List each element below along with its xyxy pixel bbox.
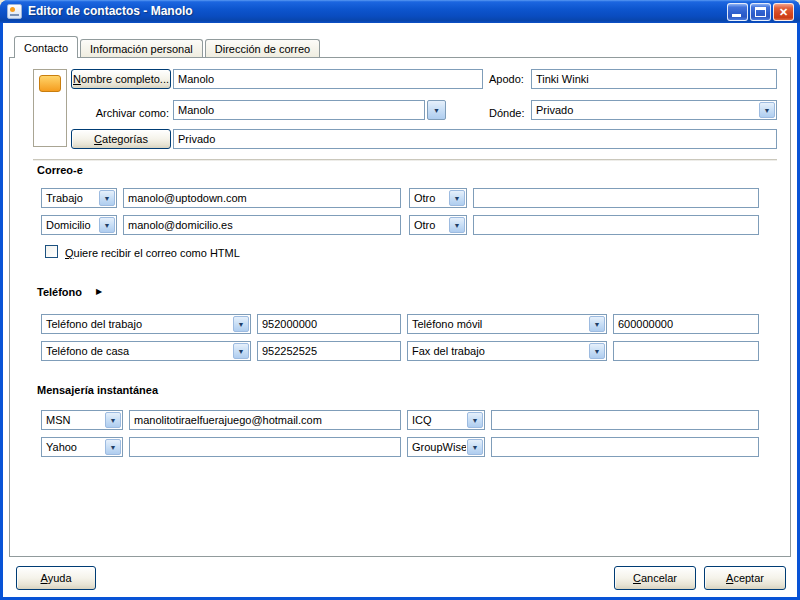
file-as-label: Archivar como: [64,106,169,120]
contact-tab-panel: Nombre completo... Apodo: Archivar como:… [9,57,791,557]
phone-type-dropdown-2[interactable]: ▼ [589,316,605,332]
email-type-dropdown-2[interactable]: ▼ [99,217,115,233]
chevron-down-icon: ▼ [454,222,461,229]
help-button-label: Ayuda [17,572,95,584]
photo-placeholder-icon [39,75,61,92]
accept-button-label: Aceptar [705,572,785,584]
email-type-value-2: Domicilio [42,216,98,234]
im-input-4[interactable] [491,437,759,457]
tab-contacto[interactable]: Contacto [14,36,78,58]
where-label: Dónde: [489,106,524,120]
phone-type-select-3[interactable]: Teléfono de casa ▼ [41,341,251,361]
chevron-down-icon: ▼ [110,417,117,424]
minimize-icon [732,14,741,17]
im-input-3[interactable] [129,437,401,457]
accept-button[interactable]: Aceptar [704,566,786,590]
cancel-button-label: Cancelar [615,572,695,584]
im-type-select-2[interactable]: ICQ ▼ [407,410,485,430]
email-other-type-value-1: Otro [410,189,448,207]
nickname-input[interactable] [531,69,777,89]
contact-card-icon-head [10,7,15,12]
im-type-value-1: MSN [42,411,104,429]
chevron-down-icon: ▼ [454,195,461,202]
maximize-button[interactable] [750,3,771,21]
minimize-button[interactable] [727,3,748,21]
im-type-select-4[interactable]: GroupWise ▼ [407,437,485,457]
im-type-value-4: GroupWise [408,438,466,456]
im-input-1[interactable] [129,410,401,430]
phone-type-select-2[interactable]: Teléfono móvil ▼ [407,314,607,334]
title-bar[interactable]: Editor de contactos - Manolo ✕ [0,0,800,23]
im-input-2[interactable] [491,410,759,430]
full-name-input[interactable] [173,69,483,89]
phone-type-select-1[interactable]: Teléfono del trabajo ▼ [41,314,251,334]
im-type-dropdown-2[interactable]: ▼ [467,412,483,428]
chevron-down-icon: ▼ [433,107,440,114]
email-other-type-dropdown-1[interactable]: ▼ [449,190,465,206]
phone-type-dropdown-1[interactable]: ▼ [233,316,249,332]
chevron-down-icon: ▼ [238,321,245,328]
contact-photo-button[interactable] [33,69,67,147]
phone-input-2[interactable] [613,314,759,334]
email-type-value-1: Trabajo [42,189,98,207]
im-type-select-1[interactable]: MSN ▼ [41,410,123,430]
email-input-2[interactable] [123,215,401,235]
section-title-im: Mensajería instantánea [37,384,158,396]
email-type-select-2[interactable]: Domicilio ▼ [41,215,117,235]
help-button[interactable]: Ayuda [16,566,96,590]
email-other-type-select-1[interactable]: Otro ▼ [409,188,467,208]
im-type-dropdown-4[interactable]: ▼ [467,439,483,455]
chevron-down-icon: ▼ [104,222,111,229]
window-title: Editor de contactos - Manolo [28,0,193,23]
categories-button[interactable]: Categorías [71,129,171,149]
email-type-select-1[interactable]: Trabajo ▼ [41,188,117,208]
chevron-down-icon: ▼ [104,195,111,202]
im-type-select-3[interactable]: Yahoo ▼ [41,437,123,457]
tab-informacion-personal[interactable]: Información personal [80,39,203,57]
phone-input-3[interactable] [257,341,401,361]
chevron-down-icon: ▼ [472,444,479,451]
contact-card-icon [7,4,22,19]
tab-direccion-de-correo[interactable]: Dirección de correo [205,39,320,57]
email-other-input-1[interactable] [473,188,759,208]
full-name-button-label: Nombre completo... [72,73,170,85]
chevron-down-icon: ▼ [764,107,771,114]
chevron-down-icon: ▼ [594,321,601,328]
email-other-type-select-2[interactable]: Otro ▼ [409,215,467,235]
email-other-input-2[interactable] [473,215,759,235]
im-type-dropdown-1[interactable]: ▼ [105,412,121,428]
im-type-value-2: ICQ [408,411,466,429]
phone-input-4[interactable] [613,341,759,361]
email-other-type-value-2: Otro [410,216,448,234]
tab-bar: Contacto Información personal Dirección … [14,36,322,58]
phone-type-dropdown-4[interactable]: ▼ [589,343,605,359]
where-select-value: Privado [532,101,758,119]
email-other-type-dropdown-2[interactable]: ▼ [449,217,465,233]
dialog-body: Contacto Información personal Dirección … [3,23,797,597]
close-icon: ✕ [774,4,793,21]
html-mail-checkbox[interactable] [45,245,58,258]
phone-type-dropdown-3[interactable]: ▼ [233,343,249,359]
contact-editor-window: Editor de contactos - Manolo ✕ Contacto … [0,0,800,600]
close-button[interactable]: ✕ [773,3,794,21]
window-controls: ✕ [727,3,794,21]
contact-card-icon-line [10,14,19,16]
where-select[interactable]: Privado ▼ [531,100,777,120]
html-mail-checkbox-label: Quiere recibir el correo como HTML [65,246,240,260]
categories-input[interactable] [173,129,777,149]
header-separator [33,159,777,161]
file-as-dropdown-button[interactable]: ▼ [427,100,446,120]
file-as-input[interactable] [173,100,425,120]
phone-input-1[interactable] [257,314,401,334]
email-type-dropdown-1[interactable]: ▼ [99,190,115,206]
maximize-icon [755,7,766,17]
email-input-1[interactable] [123,188,401,208]
im-type-dropdown-3[interactable]: ▼ [105,439,121,455]
where-dropdown-button[interactable]: ▼ [759,102,775,118]
chevron-down-icon: ▼ [472,417,479,424]
phone-expander-icon[interactable]: ▶ [96,288,102,296]
cancel-button[interactable]: Cancelar [614,566,696,590]
full-name-button[interactable]: Nombre completo... [71,69,171,89]
section-title-email: Correo-e [37,164,83,176]
phone-type-select-4[interactable]: Fax del trabajo ▼ [407,341,607,361]
